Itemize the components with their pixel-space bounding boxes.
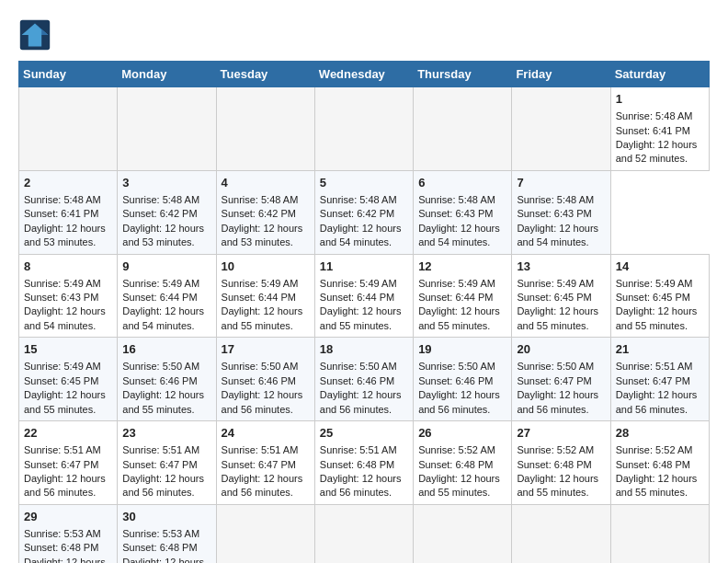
col-header-tuesday: Tuesday bbox=[216, 62, 314, 87]
col-header-sunday: Sunday bbox=[19, 62, 118, 87]
week-row-2: 8Sunrise: 5:49 AMSunset: 6:43 PMDaylight… bbox=[19, 254, 710, 338]
calendar-cell-30: 30Sunrise: 5:53 AMSunset: 6:48 PMDayligh… bbox=[118, 504, 216, 563]
day-number: 12 bbox=[418, 259, 506, 275]
calendar-cell-27: 27Sunrise: 5:52 AMSunset: 6:48 PMDayligh… bbox=[512, 421, 610, 505]
day-number: 2 bbox=[24, 175, 112, 191]
day-number: 17 bbox=[222, 341, 310, 358]
day-number: 3 bbox=[122, 175, 210, 191]
day-number: 15 bbox=[24, 341, 112, 358]
day-number: 23 bbox=[122, 425, 210, 442]
header bbox=[18, 18, 710, 52]
calendar-cell-17: 17Sunrise: 5:50 AMSunset: 6:46 PMDayligh… bbox=[216, 338, 314, 421]
empty-cell bbox=[610, 504, 709, 563]
empty-cell bbox=[512, 504, 610, 563]
calendar-cell-26: 26Sunrise: 5:52 AMSunset: 6:48 PMDayligh… bbox=[414, 421, 512, 505]
empty-cell bbox=[19, 87, 118, 171]
calendar-cell-1: 1Sunrise: 5:48 AMSunset: 6:41 PMDaylight… bbox=[610, 87, 709, 171]
day-number: 25 bbox=[320, 425, 408, 442]
week-row-3: 15Sunrise: 5:49 AMSunset: 6:45 PMDayligh… bbox=[19, 338, 710, 421]
empty-cell bbox=[118, 87, 216, 171]
calendar-cell-23: 23Sunrise: 5:51 AMSunset: 6:47 PMDayligh… bbox=[118, 421, 216, 505]
logo bbox=[18, 18, 55, 52]
empty-cell bbox=[414, 504, 512, 563]
empty-cell bbox=[314, 87, 413, 171]
day-number: 27 bbox=[517, 425, 605, 442]
day-number: 13 bbox=[517, 259, 605, 275]
empty-cell bbox=[216, 504, 314, 563]
calendar-cell-7: 7Sunrise: 5:48 AMSunset: 6:43 PMDaylight… bbox=[512, 170, 610, 254]
day-number: 6 bbox=[418, 175, 506, 191]
calendar-cell-2: 2Sunrise: 5:48 AMSunset: 6:41 PMDaylight… bbox=[19, 170, 118, 254]
calendar-cell-13: 13Sunrise: 5:49 AMSunset: 6:45 PMDayligh… bbox=[512, 254, 610, 338]
calendar-cell-3: 3Sunrise: 5:48 AMSunset: 6:42 PMDaylight… bbox=[118, 170, 216, 254]
day-number: 9 bbox=[122, 259, 210, 275]
calendar-cell-4: 4Sunrise: 5:48 AMSunset: 6:42 PMDaylight… bbox=[216, 170, 314, 254]
day-number: 11 bbox=[320, 259, 408, 275]
day-number: 30 bbox=[122, 509, 210, 525]
calendar-cell-11: 11Sunrise: 5:49 AMSunset: 6:44 PMDayligh… bbox=[314, 254, 413, 338]
col-header-thursday: Thursday bbox=[414, 62, 512, 87]
empty-cell bbox=[314, 504, 413, 563]
logo-icon bbox=[18, 18, 51, 52]
day-number: 26 bbox=[418, 425, 506, 442]
calendar-cell-9: 9Sunrise: 5:49 AMSunset: 6:44 PMDaylight… bbox=[118, 254, 216, 338]
calendar-cell-12: 12Sunrise: 5:49 AMSunset: 6:44 PMDayligh… bbox=[414, 254, 512, 338]
empty-cell bbox=[414, 87, 512, 171]
day-number: 5 bbox=[320, 175, 408, 191]
calendar-cell-21: 21Sunrise: 5:51 AMSunset: 6:47 PMDayligh… bbox=[610, 338, 709, 421]
empty-cell bbox=[512, 87, 610, 171]
calendar-cell-10: 10Sunrise: 5:49 AMSunset: 6:44 PMDayligh… bbox=[216, 254, 314, 338]
day-number: 10 bbox=[222, 259, 310, 275]
calendar-cell-5: 5Sunrise: 5:48 AMSunset: 6:42 PMDaylight… bbox=[314, 170, 413, 254]
day-number: 16 bbox=[122, 341, 210, 358]
week-row-1: 2Sunrise: 5:48 AMSunset: 6:41 PMDaylight… bbox=[19, 170, 710, 254]
day-number: 14 bbox=[616, 259, 704, 275]
header-row: SundayMondayTuesdayWednesdayThursdayFrid… bbox=[19, 62, 710, 87]
week-row-0: 1Sunrise: 5:48 AMSunset: 6:41 PMDaylight… bbox=[19, 87, 710, 171]
col-header-saturday: Saturday bbox=[610, 62, 709, 87]
day-number: 18 bbox=[320, 341, 408, 358]
calendar-cell-20: 20Sunrise: 5:50 AMSunset: 6:47 PMDayligh… bbox=[512, 338, 610, 421]
day-number: 22 bbox=[24, 425, 112, 442]
day-number: 8 bbox=[24, 259, 112, 275]
day-number: 7 bbox=[517, 175, 605, 191]
calendar-cell-15: 15Sunrise: 5:49 AMSunset: 6:45 PMDayligh… bbox=[19, 338, 118, 421]
calendar-cell-24: 24Sunrise: 5:51 AMSunset: 6:47 PMDayligh… bbox=[216, 421, 314, 505]
calendar-cell-25: 25Sunrise: 5:51 AMSunset: 6:48 PMDayligh… bbox=[314, 421, 413, 505]
calendar-cell-19: 19Sunrise: 5:50 AMSunset: 6:46 PMDayligh… bbox=[414, 338, 512, 421]
col-header-wednesday: Wednesday bbox=[314, 62, 413, 87]
calendar-cell-14: 14Sunrise: 5:49 AMSunset: 6:45 PMDayligh… bbox=[610, 254, 709, 338]
day-number: 24 bbox=[222, 425, 310, 442]
calendar-cell-29: 29Sunrise: 5:53 AMSunset: 6:48 PMDayligh… bbox=[19, 504, 118, 563]
calendar-cell-22: 22Sunrise: 5:51 AMSunset: 6:47 PMDayligh… bbox=[19, 421, 118, 505]
day-number: 28 bbox=[616, 425, 704, 442]
col-header-friday: Friday bbox=[512, 62, 610, 87]
calendar-cell-28: 28Sunrise: 5:52 AMSunset: 6:48 PMDayligh… bbox=[610, 421, 709, 505]
day-number: 19 bbox=[418, 341, 506, 358]
calendar-cell-16: 16Sunrise: 5:50 AMSunset: 6:46 PMDayligh… bbox=[118, 338, 216, 421]
day-number: 21 bbox=[616, 341, 704, 358]
week-row-4: 22Sunrise: 5:51 AMSunset: 6:47 PMDayligh… bbox=[19, 421, 710, 505]
week-row-5: 29Sunrise: 5:53 AMSunset: 6:48 PMDayligh… bbox=[19, 504, 710, 563]
calendar-cell-18: 18Sunrise: 5:50 AMSunset: 6:46 PMDayligh… bbox=[314, 338, 413, 421]
calendar-cell-6: 6Sunrise: 5:48 AMSunset: 6:43 PMDaylight… bbox=[414, 170, 512, 254]
calendar-cell-8: 8Sunrise: 5:49 AMSunset: 6:43 PMDaylight… bbox=[19, 254, 118, 338]
day-number: 29 bbox=[24, 509, 112, 525]
empty-cell bbox=[216, 87, 314, 171]
calendar-table: SundayMondayTuesdayWednesdayThursdayFrid… bbox=[18, 61, 710, 563]
col-header-monday: Monday bbox=[118, 62, 216, 87]
day-number: 4 bbox=[222, 175, 310, 191]
day-number: 1 bbox=[616, 91, 704, 108]
day-number: 20 bbox=[517, 341, 605, 358]
